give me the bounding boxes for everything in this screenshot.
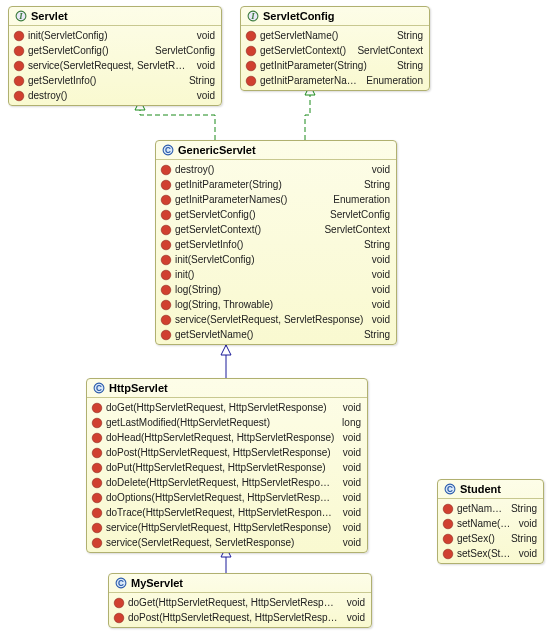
method-return: void	[364, 313, 390, 326]
method-row[interactable]: getInitParameter(String)String	[241, 58, 429, 73]
class-header: Student	[438, 480, 543, 499]
class-body: doGet(HttpServletRequest, HttpServletRes…	[109, 593, 371, 627]
method-return: String	[503, 502, 537, 515]
method-icon	[245, 45, 257, 57]
method-row[interactable]: getLastModified(HttpServletRequest)long	[87, 415, 367, 430]
method-row[interactable]: doGet(HttpServletRequest, HttpServletRes…	[109, 595, 371, 610]
method-icon	[160, 164, 172, 176]
class-myservlet[interactable]: MyServletdoGet(HttpServletRequest, HttpS…	[108, 573, 372, 628]
method-row[interactable]: getName()String	[438, 501, 543, 516]
method-row[interactable]: log(String)void	[156, 282, 396, 297]
method-return: void	[364, 298, 390, 311]
method-row[interactable]: doGet(HttpServletRequest, HttpServletRes…	[87, 400, 367, 415]
method-row[interactable]: getServletContext()ServletContext	[156, 222, 396, 237]
method-row[interactable]: getServletContext()ServletContext	[241, 43, 429, 58]
method-row[interactable]: getInitParameterNames()Enumeration	[156, 192, 396, 207]
method-icon	[160, 224, 172, 236]
class-header: Servlet	[9, 7, 221, 26]
method-row[interactable]: destroy()void	[9, 88, 221, 103]
method-icon	[245, 60, 257, 72]
method-name: init(ServletConfig)	[175, 253, 364, 266]
method-icon	[113, 597, 125, 609]
method-return: String	[389, 59, 423, 72]
method-name: doTrace(HttpServletRequest, HttpServletR…	[106, 506, 335, 519]
method-icon	[91, 462, 103, 474]
method-return: void	[189, 89, 215, 102]
method-name: destroy()	[175, 163, 364, 176]
class-servlet[interactable]: Servletinit(ServletConfig)voidgetServlet…	[8, 6, 222, 106]
method-row[interactable]: getServletInfo()String	[156, 237, 396, 252]
method-row[interactable]: init(ServletConfig)void	[9, 28, 221, 43]
method-icon	[160, 329, 172, 341]
method-name: getLastModified(HttpServletRequest)	[106, 416, 334, 429]
method-row[interactable]: log(String, Throwable)void	[156, 297, 396, 312]
method-icon	[13, 30, 25, 42]
method-row[interactable]: doDelete(HttpServletRequest, HttpServlet…	[87, 475, 367, 490]
method-name: getInitParameterNames()	[175, 193, 325, 206]
method-return: String	[356, 238, 390, 251]
method-row[interactable]: getServletConfig()ServletConfig	[9, 43, 221, 58]
method-row[interactable]: getServletName()String	[156, 327, 396, 342]
class-icon	[115, 577, 127, 589]
method-row[interactable]: doPost(HttpServletRequest, HttpServletRe…	[109, 610, 371, 625]
method-return: void	[335, 461, 361, 474]
method-icon	[91, 477, 103, 489]
method-return: void	[335, 491, 361, 504]
method-row[interactable]: getSex()String	[438, 531, 543, 546]
method-icon	[160, 299, 172, 311]
method-icon	[91, 537, 103, 549]
method-row[interactable]: getServletName()String	[241, 28, 429, 43]
method-return: ServletContext	[316, 223, 390, 236]
method-return: String	[389, 29, 423, 42]
method-row[interactable]: service(ServletRequest, ServletResponse)…	[9, 58, 221, 73]
interface-icon	[15, 10, 27, 22]
class-header: GenericServlet	[156, 141, 396, 160]
method-return: void	[511, 517, 537, 530]
class-genericservlet[interactable]: GenericServletdestroy()voidgetInitParame…	[155, 140, 397, 345]
method-row[interactable]: service(ServletRequest, ServletResponse)…	[87, 535, 367, 550]
method-return: void	[335, 476, 361, 489]
method-icon	[160, 314, 172, 326]
method-row[interactable]: getInitParameterNames()Enumeration	[241, 73, 429, 88]
method-row[interactable]: getServletInfo()String	[9, 73, 221, 88]
method-row[interactable]: service(ServletRequest, ServletResponse)…	[156, 312, 396, 327]
method-row[interactable]: doPost(HttpServletRequest, HttpServletRe…	[87, 445, 367, 460]
method-name: getServletInfo()	[28, 74, 181, 87]
class-body: destroy()voidgetInitParameter(String)Str…	[156, 160, 396, 344]
method-icon	[13, 45, 25, 57]
method-row[interactable]: doPut(HttpServletRequest, HttpServletRes…	[87, 460, 367, 475]
class-servletconfig[interactable]: ServletConfiggetServletName()StringgetSe…	[240, 6, 430, 91]
method-return: String	[356, 178, 390, 191]
method-name: doDelete(HttpServletRequest, HttpServlet…	[106, 476, 335, 489]
method-row[interactable]: setSex(String)void	[438, 546, 543, 561]
method-return: void	[339, 611, 365, 624]
method-name: getServletName()	[175, 328, 356, 341]
class-name: MyServlet	[131, 577, 183, 589]
method-name: doGet(HttpServletRequest, HttpServletRes…	[106, 401, 335, 414]
class-httpservlet[interactable]: HttpServletdoGet(HttpServletRequest, Htt…	[86, 378, 368, 553]
method-return: void	[364, 163, 390, 176]
method-name: doPost(HttpServletRequest, HttpServletRe…	[128, 611, 339, 624]
method-row[interactable]: service(HttpServletRequest, HttpServletR…	[87, 520, 367, 535]
method-icon	[442, 503, 454, 515]
class-student[interactable]: StudentgetName()StringsetName(String)voi…	[437, 479, 544, 564]
method-return: ServletConfig	[147, 44, 215, 57]
method-icon	[91, 447, 103, 459]
method-icon	[113, 612, 125, 624]
method-row[interactable]: doHead(HttpServletRequest, HttpServletRe…	[87, 430, 367, 445]
class-icon	[93, 382, 105, 394]
method-row[interactable]: setName(String)void	[438, 516, 543, 531]
method-row[interactable]: init(ServletConfig)void	[156, 252, 396, 267]
method-row[interactable]: getInitParameter(String)String	[156, 177, 396, 192]
method-row[interactable]: doTrace(HttpServletRequest, HttpServletR…	[87, 505, 367, 520]
method-icon	[13, 75, 25, 87]
method-row[interactable]: destroy()void	[156, 162, 396, 177]
interface-icon	[247, 10, 259, 22]
method-return: Enumeration	[325, 193, 390, 206]
method-return: void	[335, 536, 361, 549]
method-row[interactable]: init()void	[156, 267, 396, 282]
method-row[interactable]: getServletConfig()ServletConfig	[156, 207, 396, 222]
method-return: String	[181, 74, 215, 87]
method-name: setName(String)	[457, 517, 511, 530]
method-row[interactable]: doOptions(HttpServletRequest, HttpServle…	[87, 490, 367, 505]
